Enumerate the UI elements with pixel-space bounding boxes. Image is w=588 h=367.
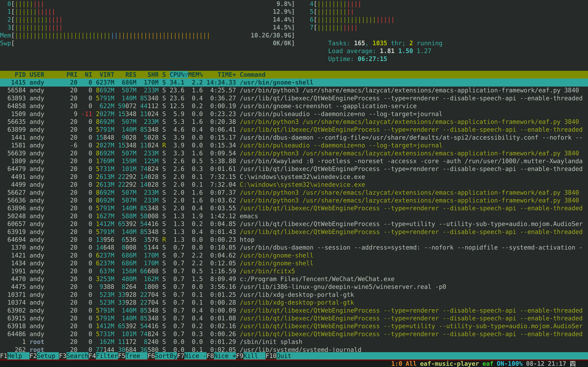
table-header[interactable]: PID USER PRI NI VIRT RES SHR S CPU%▽MEM%… — [0, 71, 588, 79]
process-row-10374[interactable]: 10374 andy 20 0 523M 33928 22704 S 0.7 0… — [0, 299, 588, 307]
fkey-f10[interactable]: F10 — [266, 352, 277, 359]
process-row-63902[interactable]: 63902 andy 20 0 5791M 140M 85348 S 0.7 0… — [0, 307, 588, 315]
process-row-56584[interactable]: 56584 andy 20 0 8692M 507M 233M S 23.6 1… — [0, 86, 588, 94]
process-row-4499[interactable]: 4499 andy 20 0 2613M 22292 14028 S 2.0 0… — [0, 181, 588, 189]
process-row-1509[interactable]: 1509 andy 9 -11 2027M 15348 11024 S 5.9 … — [0, 110, 588, 118]
fkey-label-tree[interactable]: Tree — [125, 352, 148, 359]
process-row-63893[interactable]: 63893 andy 20 0 5791M 140M 85348 S 23.6 … — [0, 94, 588, 102]
fkey-label-help[interactable]: Help — [7, 352, 30, 359]
fkey-label-kill[interactable]: Kill — [243, 352, 266, 359]
htop-terminal: 0[||||||||9.8%] 1[|||||||||||12.9%] 2[||… — [0, 0, 588, 367]
status-weekday: 四 — [570, 360, 576, 367]
cpu-meter-6: 6[|||||||||||||||||||||28.2%] — [303, 16, 588, 24]
process-row-1581[interactable]: 1581 andy -6 0 2027M 15348 11024 R 3.9 0… — [0, 142, 588, 150]
fkey-f6[interactable]: F6 — [147, 352, 155, 359]
process-row-64486[interactable]: 64486 andy 20 0 5731M 101M 74824 S 0.7 0… — [0, 330, 588, 338]
uptime-value: 06:27:15 — [358, 55, 387, 62]
process-row-1370[interactable]: 1370 andy 20 0 14648 8008 5144 S 0.7 0.0… — [0, 244, 588, 251]
process-row-60657[interactable]: 60657 andy 20 0 1412M 65392 54416 S 1.3 … — [0, 220, 588, 228]
process-row-1415[interactable]: 1415 andy 20 0 6237M 686M 170M S 34.1 2.… — [0, 79, 588, 87]
process-row-50248[interactable]: 50248 andy 20 0 1627M 588M 58008 S 1.3 1… — [0, 212, 588, 220]
cpu-meter-7: 7[|||||||||||13.9%] — [303, 24, 588, 32]
process-row-1809[interactable]: 1809 andy 20 0 1769M 159M 125M S 2.6 0.5… — [0, 157, 588, 165]
process-row-1991[interactable]: 1991 andy 20 0 637M 156M 66608 S 0.7 0.5… — [0, 267, 588, 275]
status-time: 21:17 — [548, 360, 566, 367]
cpu-meter-4: 4[||||||||||||16.1%] — [303, 0, 588, 8]
fkey-label-quit[interactable]: Quit — [277, 352, 588, 359]
tag-indicator[interactable]: All — [406, 360, 417, 367]
process-row-63896[interactable]: 63896 andy 20 0 5791M 140M 85348 S 2.0 0… — [0, 204, 588, 212]
process-row-4491[interactable]: 4491 andy 20 0 2613M 22292 14028 S 2.0 0… — [0, 173, 588, 181]
process-row-64479[interactable]: 64479 andy 20 0 5731M 101M 74824 S 2.6 0… — [0, 165, 588, 173]
process-row-63918[interactable]: 63918 andy 20 0 1412M 65392 54416 S 0.7 … — [0, 322, 588, 330]
process-row-10371[interactable]: 10371 andy 20 0 523M 33928 22704 S 0.7 0… — [0, 291, 588, 299]
workspace-indicator[interactable]: 1:0 — [391, 360, 402, 367]
sort-column-cpu[interactable]: CPU%▽ — [170, 71, 188, 78]
process-row-64694[interactable]: 64694 andy 20 0 13956 6536 3576 R 1.3 0.… — [0, 236, 588, 244]
process-row-1[interactable]: 1 root 20 0 162M 11172 8240 S 0.0 0.0 0:… — [0, 338, 588, 346]
process-row-56639[interactable]: 56639 andy 20 0 8692M 507M 233M S 3.3 1.… — [0, 150, 588, 157]
process-row-4470[interactable]: 4470 andy 20 0 3253M 480M 162M S 0.7 1.5… — [0, 275, 588, 283]
fkey-f3[interactable]: F3 — [59, 352, 66, 359]
process-row-1434[interactable]: 1434 andy 20 0 6237M 686M 170M S 0.7 2.2… — [0, 259, 588, 267]
fkey-label-nice-[interactable]: Nice - — [184, 352, 207, 359]
fkey-f7[interactable]: F7 — [177, 352, 184, 359]
process-row-56636[interactable]: 56636 andy 20 0 8692M 507M 233M S 2.0 1.… — [0, 197, 588, 204]
fkey-label-search[interactable]: Search — [67, 352, 89, 359]
process-row-63915[interactable]: 63915 andy 20 0 5791M 140M 85348 S 0.7 0… — [0, 314, 588, 322]
window-title: eaf-music-player — [420, 360, 479, 367]
process-row-1421[interactable]: 1421 andy 20 0 6237M 686M 170M S 0.7 2.2… — [0, 251, 588, 259]
process-row-63919[interactable]: 63919 andy 20 0 5791M 140M 85348 S 1.3 0… — [0, 228, 588, 236]
status-date: 08-12 — [526, 360, 544, 367]
fkey-f1[interactable]: F1 — [0, 352, 7, 359]
fkey-label-filter[interactable]: Filter — [96, 352, 118, 359]
fkey-f9[interactable]: F9 — [236, 352, 243, 359]
process-row-56635[interactable]: 56635 andy 20 0 8692M 507M 233M S 5.3 1.… — [0, 118, 588, 126]
fkey-f2[interactable]: F2 — [30, 352, 37, 359]
tasks-summary: Tasks: 165, 1035 thr; 2 running — [313, 32, 588, 40]
load-average: Load average: 1.81 1.50 1.27 — [313, 39, 588, 47]
fkey-f5[interactable]: F5 — [118, 352, 125, 359]
desktop-status-bar: 1:0 All eaf-music-player eaf ON-100% 08-… — [0, 360, 588, 367]
function-key-bar: F1Help F2Setup F3SearchF4FilterF5Tree F6… — [0, 352, 588, 359]
fkey-f4[interactable]: F4 — [88, 352, 96, 359]
fkey-label-sortby[interactable]: SortBy — [155, 352, 177, 359]
fkey-label-nice-[interactable]: Nice + — [214, 352, 236, 359]
process-row-63899[interactable]: 63899 andy 20 0 5791M 140M 85348 S 4.6 0… — [0, 126, 588, 134]
process-row-4475[interactable]: 4475 andy 20 0 9388 8264 1800 S 0.7 0.0 … — [0, 283, 588, 291]
process-row-64858[interactable]: 64858 andy 20 0 622M 59072 44112 S 12.5 … — [0, 102, 588, 110]
fkey-f8[interactable]: F8 — [207, 352, 214, 359]
process-row-1441[interactable]: 1441 andy 20 0 15848 9028 5028 S 3.9 0.0… — [0, 134, 588, 142]
mode-indicator: eaf — [482, 360, 493, 367]
uptime: Uptime: 06:27:15 — [313, 47, 588, 55]
process-row-56627[interactable]: 56627 andy 20 0 8692M 507M 233M S 2.0 1.… — [0, 189, 588, 197]
volume-indicator[interactable]: ON-100% — [497, 360, 523, 367]
fkey-label-setup[interactable]: Setup — [37, 352, 59, 359]
uptime-label: Uptime: — [328, 55, 358, 62]
cpu-meter-5: 5[||||||||||14.3%] — [303, 8, 588, 16]
